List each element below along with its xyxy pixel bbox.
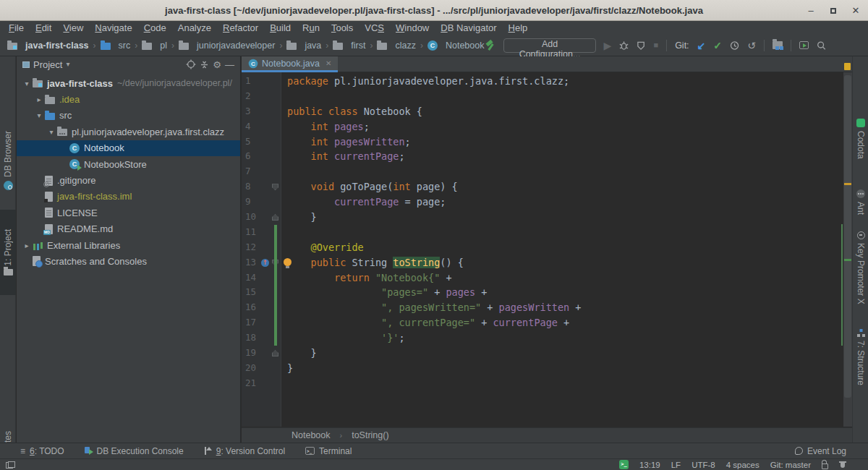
- coverage-icon[interactable]: [637, 40, 645, 51]
- chevron-down-icon[interactable]: ▾: [66, 61, 69, 68]
- run-anything-icon[interactable]: [799, 41, 809, 49]
- tree-item-gitignore[interactable]: .gitignore: [17, 172, 240, 188]
- tree-item-external-libraries[interactable]: ▸External Libraries: [17, 237, 240, 253]
- tree-item-java-first-class[interactable]: ▾java-first-class~/dev/juniorjavadevelop…: [17, 75, 240, 91]
- override-method-icon[interactable]: ↑: [261, 259, 269, 267]
- fold-marker-icon[interactable]: [272, 350, 278, 356]
- build-hammer-icon[interactable]: [485, 40, 495, 51]
- tree-item-java-first-class-iml[interactable]: java-first-class.iml: [17, 189, 240, 205]
- menu-analyze[interactable]: Analyze: [172, 22, 217, 33]
- tool-window-button-db-execution-console[interactable]: DB Execution Console: [85, 446, 184, 456]
- code-text[interactable]: @Override: [281, 240, 364, 255]
- intention-bulb-icon[interactable]: [284, 258, 292, 266]
- tool-button-ant[interactable]: Ant: [853, 187, 868, 218]
- terminal-status-icon[interactable]: >_: [619, 460, 629, 469]
- code-text[interactable]: }: [281, 361, 293, 376]
- tree-item-pl-juniorjavadeveloper-java-first-clazz[interactable]: ▾pl.juniorjavadeveloper.java.first.clazz: [17, 124, 240, 140]
- line-number[interactable]: 17: [242, 315, 260, 330]
- line-number[interactable]: 20: [242, 361, 260, 376]
- changes-icon[interactable]: [773, 41, 783, 49]
- tree-item-src[interactable]: ▾src: [17, 108, 240, 124]
- menu-code[interactable]: Code: [138, 22, 172, 33]
- code-text[interactable]: public class Notebook {: [281, 104, 422, 119]
- menu-navigate[interactable]: Navigate: [89, 22, 137, 33]
- tool-button-key-promoter-x[interactable]: Key Promoter X: [853, 227, 868, 308]
- fold-marker-icon[interactable]: [272, 214, 278, 221]
- line-number[interactable]: 19: [242, 346, 260, 361]
- toggle-stripes-icon[interactable]: [6, 461, 14, 469]
- tool-button-7-structure[interactable]: 7: Structure: [853, 321, 868, 393]
- line-number[interactable]: 12: [242, 240, 260, 255]
- code-text[interactable]: ", currentPage=" + currentPage +: [281, 315, 569, 330]
- menu-refactor[interactable]: Refactor: [217, 22, 264, 33]
- run-icon[interactable]: ▶: [604, 40, 612, 51]
- debug-icon[interactable]: [619, 40, 629, 51]
- code-text[interactable]: currentPage = page;: [281, 195, 446, 210]
- tree-item-idea[interactable]: ▸.idea: [17, 91, 240, 107]
- tree-item-readme-md[interactable]: README.md: [17, 221, 240, 237]
- tree-closed-arrow-icon[interactable]: ▸: [21, 242, 33, 249]
- search-everywhere-icon[interactable]: [817, 40, 826, 51]
- tree-item-notebook[interactable]: Notebook: [17, 140, 240, 156]
- line-number[interactable]: 13: [242, 255, 260, 270]
- breadcrumb-java-first-class[interactable]: java-first-class: [6, 40, 90, 51]
- line-number[interactable]: 15: [242, 285, 260, 300]
- line-number[interactable]: 2: [242, 89, 260, 104]
- project-panel-title[interactable]: Project: [33, 59, 62, 70]
- vcs-stripe-mark[interactable]: [844, 259, 851, 261]
- tree-item-notebookstore[interactable]: NotebookStore: [17, 156, 240, 172]
- line-number[interactable]: 4: [242, 119, 260, 134]
- scrollbar-thumb[interactable]: [844, 75, 851, 398]
- code-text[interactable]: return "Notebook{" +: [281, 270, 452, 286]
- inspection-status-icon[interactable]: [844, 63, 851, 70]
- tree-open-arrow-icon[interactable]: ▾: [33, 111, 45, 119]
- tool-window-button-6-todo[interactable]: ≡6: TODO: [20, 446, 64, 456]
- line-number[interactable]: 5: [242, 134, 260, 150]
- breadcrumb-pl[interactable]: pl: [140, 40, 169, 51]
- tool-window-button-event-log[interactable]: Event Log: [795, 446, 846, 456]
- line-number[interactable]: 9: [242, 195, 260, 210]
- line-separator[interactable]: LF: [671, 461, 681, 469]
- breadcrumb-clazz[interactable]: clazz: [375, 40, 417, 51]
- caret-position[interactable]: 13:19: [639, 461, 660, 469]
- code-text[interactable]: int pagesWritten;: [281, 134, 411, 150]
- line-number[interactable]: 10: [242, 210, 260, 225]
- tool-button-db-browser[interactable]: DB Browser: [0, 114, 16, 207]
- code-text[interactable]: public String toString() {: [281, 255, 464, 270]
- indent-setting[interactable]: 4 spaces: [726, 461, 760, 469]
- code-text[interactable]: }: [281, 346, 317, 361]
- breadcrumb-juniorjavadeveloper[interactable]: juniorjavadeveloper: [177, 40, 276, 51]
- code-text[interactable]: int pages;: [281, 119, 370, 134]
- tool-window-button-terminal[interactable]: Terminal: [305, 446, 352, 456]
- menu-view[interactable]: View: [57, 22, 89, 33]
- tool-button-1-project[interactable]: 1: Project: [0, 210, 16, 295]
- run-configuration-button[interactable]: Add Configuration...: [503, 38, 595, 53]
- code-editor[interactable]: 1package pl.juniorjavadeveloper.java.fir…: [242, 72, 843, 427]
- history-icon[interactable]: [730, 40, 739, 51]
- close-button[interactable]: ✕: [851, 6, 861, 15]
- breadcrumb-java[interactable]: java: [285, 40, 323, 51]
- line-number[interactable]: 16: [242, 300, 260, 315]
- collapse-all-icon[interactable]: [200, 60, 209, 69]
- tool-window-button-9-version-control[interactable]: 9: Version Control: [204, 446, 285, 456]
- line-number[interactable]: 8: [242, 179, 260, 195]
- breadcrumb-method[interactable]: toString(): [352, 430, 388, 440]
- title-bar[interactable]: java-first-class [~/dev/juniorjavadevelo…: [0, 0, 868, 21]
- minimize-button[interactable]: –: [806, 6, 816, 15]
- menu-db-navigator[interactable]: DB Navigator: [435, 22, 502, 33]
- line-number[interactable]: 6: [242, 149, 260, 164]
- breadcrumb-first[interactable]: first: [331, 40, 367, 51]
- tab-notebook-java[interactable]: Notebook.java ✕: [242, 56, 338, 72]
- menu-window[interactable]: Window: [390, 22, 435, 33]
- line-number[interactable]: 1: [242, 74, 260, 89]
- maximize-button[interactable]: [830, 8, 836, 14]
- rollback-icon[interactable]: ↺: [747, 40, 756, 51]
- tree-item-scratches-and-consoles[interactable]: Scratches and Consoles: [17, 253, 240, 269]
- menu-build[interactable]: Build: [264, 22, 297, 33]
- breadcrumb-class[interactable]: Notebook: [292, 430, 331, 440]
- menu-file[interactable]: File: [3, 22, 30, 33]
- git-branch[interactable]: Git: master: [770, 461, 811, 469]
- readonly-lock-icon[interactable]: [822, 463, 828, 469]
- close-tab-icon[interactable]: ✕: [326, 59, 331, 67]
- line-number[interactable]: 14: [242, 270, 260, 286]
